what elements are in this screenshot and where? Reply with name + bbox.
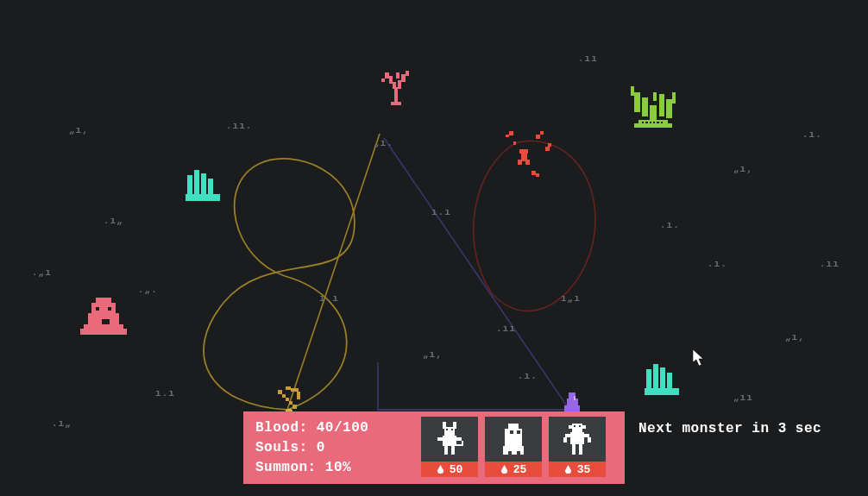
svg-rect-63 — [518, 160, 522, 164]
svg-rect-57 — [567, 399, 578, 406]
unit-card-imp[interactable]: 50 — [421, 417, 478, 479]
crystal-sprite — [181, 168, 224, 203]
svg-rect-98 — [565, 434, 570, 437]
rock-sprite — [79, 293, 128, 336]
svg-rect-25 — [653, 122, 655, 123]
svg-rect-10 — [396, 72, 399, 78]
svg-rect-31 — [201, 173, 206, 196]
svg-rect-34 — [646, 369, 651, 390]
svg-rect-42 — [80, 329, 86, 335]
unit-card-ghost[interactable]: 25 — [485, 417, 542, 479]
next-monster-seconds: 3 — [778, 421, 787, 436]
svg-rect-24 — [650, 122, 651, 123]
unit-portrait-goblin — [549, 417, 606, 461]
svg-rect-8 — [401, 74, 405, 81]
svg-rect-81 — [451, 446, 455, 455]
svg-rect-22 — [642, 122, 644, 123]
svg-rect-65 — [509, 131, 513, 135]
svg-rect-85 — [451, 429, 453, 430]
svg-rect-32 — [208, 179, 213, 196]
souls-value: 0 — [317, 440, 325, 455]
grass-tuft: .ıı — [820, 259, 840, 269]
svg-rect-93 — [517, 430, 520, 434]
svg-rect-13 — [634, 123, 671, 127]
svg-rect-21 — [653, 92, 657, 102]
blood-drop-icon — [437, 465, 444, 474]
grass-tuft: .ıı — [578, 53, 598, 64]
svg-rect-72 — [536, 173, 539, 177]
grass-tuft: „ıı — [733, 392, 753, 403]
summon-label: Summon: — [255, 460, 317, 475]
svg-rect-4 — [393, 82, 396, 89]
svg-rect-92 — [510, 430, 513, 434]
svg-rect-71 — [531, 171, 536, 175]
unit-portrait-imp — [421, 417, 478, 461]
grass-tuft: „ı, — [785, 332, 805, 342]
unit-cost-value: 50 — [450, 463, 463, 476]
svg-rect-15 — [642, 97, 648, 116]
svg-rect-37 — [667, 373, 672, 390]
unit-card-goblin[interactable]: 35 — [549, 417, 606, 479]
grass-tuft: .„. — [138, 285, 158, 295]
souls-label: Souls: — [255, 440, 308, 455]
svg-rect-99 — [584, 434, 589, 437]
svg-rect-30 — [194, 170, 199, 196]
game-stage[interactable]: „ı, .ıı. „ı. .ı„ ı.ı .ıı „ı, .ı. .„ı ı.ı… — [0, 0, 868, 496]
enemy-burst — [494, 125, 554, 185]
svg-rect-54 — [286, 386, 291, 390]
blood-readout: Blood: 40/100 — [255, 418, 412, 438]
svg-rect-90 — [512, 451, 517, 455]
grass-tuft: .ı. — [802, 129, 822, 140]
svg-rect-27 — [661, 122, 663, 123]
svg-rect-41 — [96, 298, 111, 305]
svg-rect-69 — [545, 147, 550, 151]
unit-cost-imp: 50 — [421, 461, 478, 477]
grass-tuft: „ı. — [374, 138, 393, 148]
svg-rect-94 — [572, 424, 582, 432]
svg-rect-11 — [381, 78, 385, 82]
svg-rect-88 — [503, 446, 524, 451]
summon-percent: 10% — [325, 460, 351, 475]
svg-rect-70 — [548, 143, 551, 147]
svg-rect-100 — [563, 437, 567, 443]
tree-sprite — [378, 69, 414, 105]
grass-tuft: ı„ı — [561, 293, 581, 304]
svg-rect-91 — [520, 451, 524, 455]
svg-rect-9 — [406, 71, 409, 76]
svg-rect-83 — [462, 441, 463, 446]
svg-rect-51 — [292, 405, 296, 408]
grass-tuft: .ı„ — [52, 418, 72, 429]
svg-rect-64 — [525, 160, 530, 164]
svg-rect-105 — [579, 425, 581, 427]
blood-drop-icon — [564, 465, 572, 474]
svg-rect-2 — [394, 87, 398, 104]
svg-rect-44 — [96, 307, 100, 311]
svg-rect-45 — [108, 307, 112, 311]
svg-rect-76 — [444, 427, 455, 436]
svg-rect-20 — [672, 92, 676, 104]
svg-rect-60 — [574, 396, 576, 399]
svg-rect-46 — [102, 319, 110, 325]
svg-rect-77 — [443, 436, 456, 446]
blood-drop-icon — [500, 465, 508, 474]
blood-max: 100 — [343, 420, 368, 436]
grass-tuft: .„ı — [32, 267, 52, 278]
next-monster-prefix: Next monster in — [638, 421, 778, 436]
svg-rect-43 — [121, 329, 127, 335]
svg-rect-6 — [389, 76, 393, 83]
mouse-cursor — [693, 349, 705, 367]
svg-rect-73 — [513, 141, 517, 145]
svg-rect-68 — [540, 131, 544, 135]
svg-rect-66 — [506, 135, 509, 138]
hud-panel: Blood: 40/100 Souls: 0 Summon: 10% — [243, 411, 625, 484]
grass-tuft: .ı. — [708, 259, 727, 269]
grass-tuft: „ı, — [733, 164, 753, 174]
svg-line-0 — [287, 134, 380, 410]
svg-rect-79 — [456, 437, 462, 441]
svg-rect-7 — [385, 72, 388, 78]
grass-tuft: ı.ı — [319, 293, 339, 304]
unit-tray: 50 — [421, 411, 606, 484]
svg-rect-14 — [650, 105, 657, 122]
stats-block: Blood: 40/100 Souls: 0 Summon: 10% — [243, 411, 421, 484]
svg-rect-47 — [278, 390, 281, 393]
